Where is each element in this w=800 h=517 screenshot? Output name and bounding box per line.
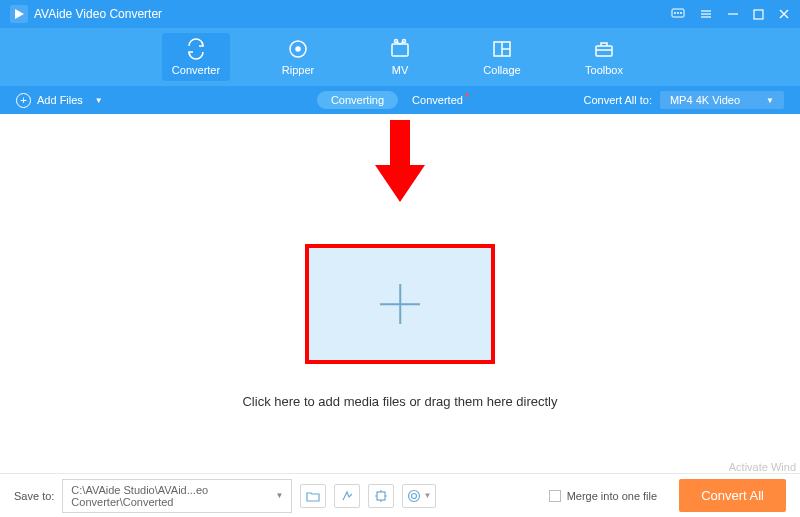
plus-icon: [380, 284, 420, 324]
plus-circle-icon: +: [16, 93, 31, 108]
nav-label: Collage: [483, 64, 520, 76]
svg-rect-23: [377, 492, 385, 500]
close-icon[interactable]: [778, 8, 790, 20]
chevron-down-icon: ▼: [95, 96, 103, 105]
collage-icon: [491, 38, 513, 60]
sub-toolbar: + Add Files ▼ Converting Converted• Conv…: [0, 86, 800, 114]
menu-icon[interactable]: [699, 7, 713, 21]
convert-all-button[interactable]: Convert All: [679, 479, 786, 512]
nav-toolbox[interactable]: Toolbox: [570, 33, 638, 81]
speed-button[interactable]: [334, 484, 360, 508]
mv-icon: [389, 38, 411, 60]
save-path-input[interactable]: C:\AVAide Studio\AVAid...eo Converter\Co…: [62, 479, 292, 513]
nav-mv[interactable]: MV: [366, 33, 434, 81]
merge-label: Merge into one file: [567, 490, 658, 502]
converter-icon: [185, 38, 207, 60]
svg-point-2: [677, 12, 678, 13]
nav-label: Converter: [172, 64, 220, 76]
ripper-icon: [287, 38, 309, 60]
svg-point-12: [296, 47, 300, 51]
annotation-arrow-icon: [370, 120, 430, 214]
app-logo-icon: [10, 5, 28, 23]
notification-dot-icon: •: [465, 89, 469, 103]
chevron-down-icon: ▼: [275, 491, 283, 500]
minimize-icon[interactable]: [727, 8, 739, 20]
nav-converter[interactable]: Converter: [162, 33, 230, 81]
checkbox-icon: [549, 490, 561, 502]
chevron-down-icon: ▼: [423, 491, 431, 500]
tab-converted-label: Converted: [412, 94, 463, 106]
app-title: AVAide Video Converter: [34, 7, 671, 21]
save-path-value: C:\AVAide Studio\AVAid...eo Converter\Co…: [71, 484, 269, 508]
save-to-label: Save to:: [14, 490, 54, 502]
nav-label: Ripper: [282, 64, 314, 76]
open-folder-button[interactable]: [300, 484, 326, 508]
add-files-button[interactable]: + Add Files ▼: [16, 93, 103, 108]
format-value: MP4 4K Video: [670, 94, 740, 106]
svg-rect-19: [596, 46, 612, 56]
svg-rect-13: [392, 44, 408, 56]
nav-ripper[interactable]: Ripper: [264, 33, 332, 81]
convert-all-label: Convert All to:: [583, 94, 651, 106]
add-files-label: Add Files: [37, 94, 83, 106]
chevron-down-icon: ▼: [766, 96, 774, 105]
toolbox-icon: [593, 38, 615, 60]
svg-marker-22: [375, 165, 425, 202]
nav-collage[interactable]: Collage: [468, 33, 536, 81]
window-controls: [671, 7, 790, 21]
titlebar: AVAide Video Converter: [0, 0, 800, 28]
svg-rect-21: [390, 120, 410, 165]
output-format-select[interactable]: MP4 4K Video ▼: [660, 91, 784, 109]
svg-rect-8: [754, 10, 763, 19]
merge-checkbox[interactable]: Merge into one file: [549, 490, 658, 502]
nav-label: MV: [392, 64, 409, 76]
watermark-text: Activate Wind: [729, 461, 796, 473]
add-media-dropzone[interactable]: [305, 244, 495, 364]
svg-point-1: [674, 12, 675, 13]
gpu-button[interactable]: [368, 484, 394, 508]
conversion-tabs: Converting Converted•: [317, 90, 483, 110]
feedback-icon[interactable]: [671, 7, 685, 21]
footer-bar: Save to: C:\AVAide Studio\AVAid...eo Con…: [0, 473, 800, 517]
dropzone-hint: Click here to add media files or drag th…: [242, 394, 557, 409]
tab-converting[interactable]: Converting: [317, 91, 398, 109]
svg-point-29: [409, 490, 420, 501]
maximize-icon[interactable]: [753, 9, 764, 20]
convert-all-to: Convert All to: MP4 4K Video ▼: [583, 91, 784, 109]
tab-converted[interactable]: Converted•: [398, 90, 483, 110]
settings-button[interactable]: ▼: [402, 484, 436, 508]
svg-point-28: [412, 493, 417, 498]
nav-label: Toolbox: [585, 64, 623, 76]
main-area: Click here to add media files or drag th…: [0, 114, 800, 473]
main-nav: Converter Ripper MV Collage Toolbox: [0, 28, 800, 86]
svg-point-3: [680, 12, 681, 13]
